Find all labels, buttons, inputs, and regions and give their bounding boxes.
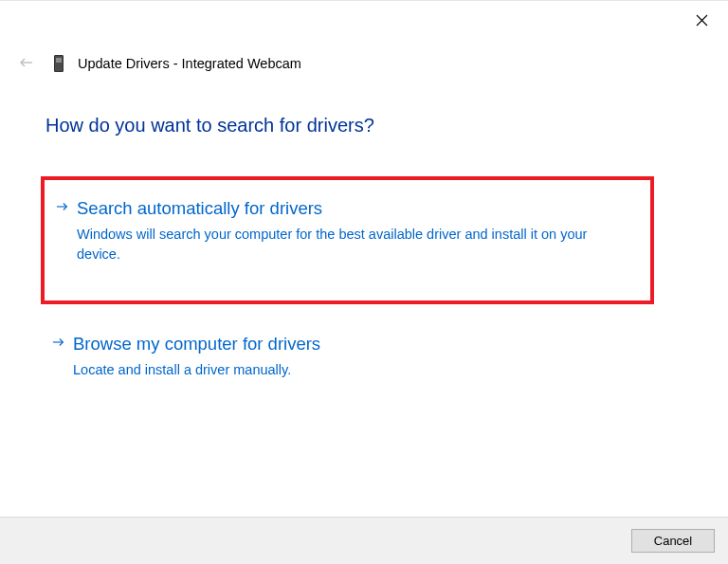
cancel-button[interactable]: Cancel bbox=[631, 529, 715, 553]
back-button[interactable] bbox=[19, 55, 34, 70]
wizard-title: Update Drivers - Integrated Webcam bbox=[78, 56, 301, 71]
arrow-right-icon bbox=[56, 200, 69, 217]
option-browse-computer[interactable]: Browse my computer for drivers Locate an… bbox=[41, 329, 682, 399]
close-icon bbox=[696, 14, 708, 27]
option-search-automatically[interactable]: Search automatically for drivers Windows… bbox=[41, 176, 654, 304]
option-title: Search automatically for drivers bbox=[77, 197, 635, 221]
prompt-heading: How do you want to search for drivers? bbox=[46, 115, 682, 136]
wizard-header: Update Drivers - Integrated Webcam bbox=[0, 43, 728, 81]
option-title: Browse my computer for drivers bbox=[73, 333, 667, 356]
footer-bar: Cancel bbox=[0, 517, 728, 564]
close-button[interactable] bbox=[692, 10, 711, 29]
option-description: Locate and install a driver manually. bbox=[73, 360, 667, 380]
arrow-left-icon bbox=[19, 55, 34, 70]
option-description: Windows will search your computer for th… bbox=[77, 225, 635, 264]
title-bar bbox=[0, 0, 728, 43]
device-icon bbox=[51, 52, 66, 75]
main-content: How do you want to search for drivers? S… bbox=[0, 81, 728, 399]
arrow-right-icon bbox=[52, 336, 65, 353]
cancel-button-label: Cancel bbox=[654, 534, 692, 548]
